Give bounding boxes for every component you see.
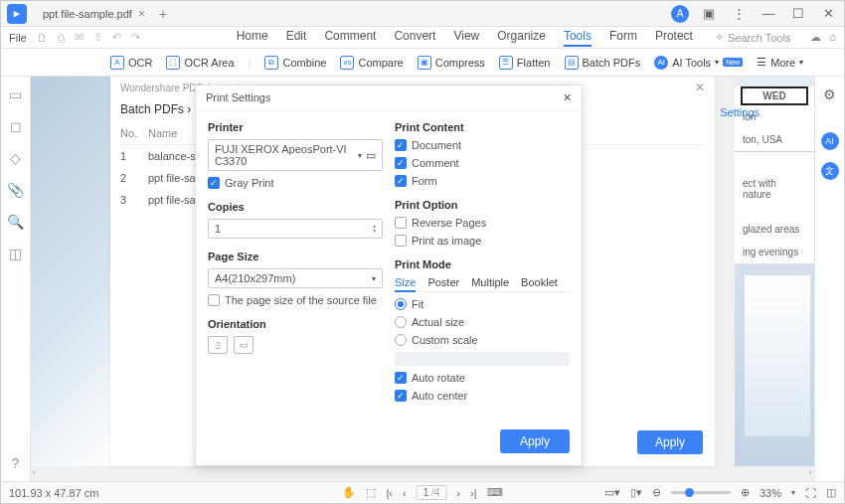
auto-center-checkbox[interactable]: ✓Auto center xyxy=(395,390,570,402)
crumb-batch[interactable]: Batch PDFs xyxy=(120,102,184,116)
tool-ocr[interactable]: AOCR xyxy=(110,56,152,70)
fit-width-icon[interactable]: ▭▾ xyxy=(604,486,620,499)
tool-ai[interactable]: AIAI Tools▾New xyxy=(654,56,743,70)
panel-icon[interactable]: ▣ xyxy=(699,4,719,24)
printer-select[interactable]: FUJI XEROX ApeosPort-VI C3370 ▾▭ xyxy=(208,139,383,171)
new-tab-button[interactable]: + xyxy=(159,6,167,22)
print-icon[interactable]: ⎙ xyxy=(58,32,65,44)
source-pagesize-checkbox[interactable]: The page size of the source file xyxy=(208,294,383,306)
tab-size[interactable]: Size xyxy=(395,276,416,292)
kebab-icon[interactable]: ⋮ xyxy=(729,4,749,24)
layers-icon[interactable]: ◫ xyxy=(9,246,22,261)
horizontal-scroll[interactable]: ‹› xyxy=(33,468,812,476)
panel-apply-button[interactable]: Apply xyxy=(637,430,703,454)
menu-protect[interactable]: Protect xyxy=(655,29,693,47)
close-window-button[interactable]: ✕ xyxy=(818,4,838,24)
sparkle-icon: ✧ xyxy=(715,31,724,44)
ai-icon: AI xyxy=(654,56,668,70)
custom-scale-radio[interactable]: Custom scale xyxy=(395,334,570,346)
document-tab[interactable]: ppt file-sample.pdf × xyxy=(33,3,155,25)
print-option-label: Print Option xyxy=(395,199,570,211)
print-as-image-checkbox[interactable]: Print as image xyxy=(395,235,570,247)
home-icon[interactable]: ⌂ xyxy=(829,31,836,44)
mail-icon[interactable]: ✉ xyxy=(75,31,84,44)
tool-batch[interactable]: ▤Batch PDFs xyxy=(565,56,641,70)
menu-convert[interactable]: Convert xyxy=(394,29,435,47)
gray-print-checkbox[interactable]: ✓Gray Print xyxy=(208,177,383,189)
help-icon[interactable]: ? xyxy=(12,455,20,471)
comment-panel-icon[interactable]: ◇ xyxy=(10,150,21,166)
undo-icon[interactable]: ↶ xyxy=(112,31,121,44)
zoom-in-icon[interactable]: ⊕ xyxy=(741,486,750,499)
actual-size-radio[interactable]: Actual size xyxy=(395,316,570,328)
menu-organize[interactable]: Organize xyxy=(497,29,546,47)
maximize-button[interactable]: ☐ xyxy=(788,4,808,24)
last-page-icon[interactable]: ›| xyxy=(470,487,477,499)
sliders-icon[interactable]: ⚙ xyxy=(823,86,836,102)
tab-poster[interactable]: Poster xyxy=(427,276,459,288)
main-area: ▭ ◻ ◇ 📎 🔍 ◫ ? WED ion ton, USA ect with … xyxy=(1,77,844,481)
ai-chat-icon[interactable]: AI xyxy=(821,132,839,150)
next-page-icon[interactable]: › xyxy=(456,487,460,499)
fit-screen-icon[interactable]: ⛶ xyxy=(805,487,816,499)
attachment-icon[interactable]: 📎 xyxy=(7,182,24,198)
minimize-button[interactable]: — xyxy=(759,4,778,24)
menu-tools[interactable]: Tools xyxy=(564,29,592,47)
content-form-checkbox[interactable]: ✓Form xyxy=(395,175,570,187)
menu-form[interactable]: Form xyxy=(609,29,637,47)
menu-comment[interactable]: Comment xyxy=(324,29,376,47)
auto-rotate-checkbox[interactable]: ✓Auto rotate xyxy=(395,372,570,384)
select-tool-icon[interactable]: ⬚ xyxy=(366,486,376,499)
new-badge: New xyxy=(723,58,743,67)
print-mode-label: Print Mode xyxy=(395,258,570,270)
menu-edit[interactable]: Edit xyxy=(286,29,307,47)
tool-combine[interactable]: ⧉Combine xyxy=(264,56,326,70)
dialog-close-icon[interactable]: ✕ xyxy=(563,91,572,104)
thumbnail-icon[interactable]: ▭ xyxy=(9,86,22,102)
content-document-checkbox[interactable]: ✓Document xyxy=(395,139,570,151)
user-avatar[interactable]: A xyxy=(671,5,689,23)
tab-multiple[interactable]: Multiple xyxy=(471,276,509,288)
search-panel-icon[interactable]: 🔍 xyxy=(7,214,24,230)
zoom-value[interactable]: 33% xyxy=(760,487,781,499)
tool-ocr-area[interactable]: ⬚OCR Area xyxy=(166,56,234,70)
panel-close-icon[interactable]: ✕ xyxy=(695,81,705,94)
pagesize-select[interactable]: A4(210x297mm)▾ xyxy=(208,268,383,288)
orientation-portrait[interactable]: ▯ xyxy=(208,336,228,354)
single-page-icon[interactable]: ▯▾ xyxy=(630,486,642,499)
hand-tool-icon[interactable]: ✋ xyxy=(342,486,356,499)
orientation-landscape[interactable]: ▭ xyxy=(234,336,254,354)
ai-translate-icon[interactable]: 文 xyxy=(821,162,839,180)
zoom-slider[interactable] xyxy=(671,491,731,494)
custom-scale-input[interactable] xyxy=(395,352,570,366)
keyboard-icon[interactable]: ⌨ xyxy=(487,486,503,499)
combine-icon: ⧉ xyxy=(264,56,278,70)
tool-more[interactable]: ☰More▾ xyxy=(757,56,803,69)
close-tab-icon[interactable]: × xyxy=(138,7,145,21)
tab-booklet[interactable]: Booklet xyxy=(521,276,558,288)
menu-home[interactable]: Home xyxy=(237,29,268,47)
prev-page-icon[interactable]: ‹ xyxy=(403,487,407,499)
cloud-icon[interactable]: ☁ xyxy=(810,31,821,44)
read-mode-icon[interactable]: ◫ xyxy=(826,486,836,499)
save-icon[interactable]: 🗋 xyxy=(37,32,48,44)
zoom-out-icon[interactable]: ⊖ xyxy=(652,486,661,499)
dialog-apply-button[interactable]: Apply xyxy=(500,429,570,453)
content-comment-checkbox[interactable]: ✓Comment xyxy=(395,157,570,169)
printer-properties-icon[interactable]: ▭ xyxy=(366,149,376,162)
redo-icon[interactable]: ↷ xyxy=(131,31,140,44)
tool-compare[interactable]: vsCompare xyxy=(340,56,403,70)
search-tools[interactable]: ✧ Search Tools xyxy=(715,31,790,44)
copies-input[interactable]: 1▴▾ xyxy=(208,219,383,239)
first-page-icon[interactable]: |‹ xyxy=(386,487,393,499)
tool-compress[interactable]: ▣Compress xyxy=(418,56,485,70)
tool-flatten[interactable]: ☰Flatten xyxy=(499,56,551,70)
share-icon[interactable]: ⇪ xyxy=(93,31,102,44)
reverse-pages-checkbox[interactable]: Reverse Pages xyxy=(395,217,570,229)
file-menu[interactable]: File xyxy=(9,32,27,44)
settings-link[interactable]: Settings xyxy=(720,106,760,118)
page-input[interactable]: 1 /4 xyxy=(417,485,447,500)
menu-view[interactable]: View xyxy=(453,29,479,47)
fit-radio[interactable]: Fit xyxy=(395,298,570,310)
bookmark-icon[interactable]: ◻ xyxy=(10,118,22,134)
